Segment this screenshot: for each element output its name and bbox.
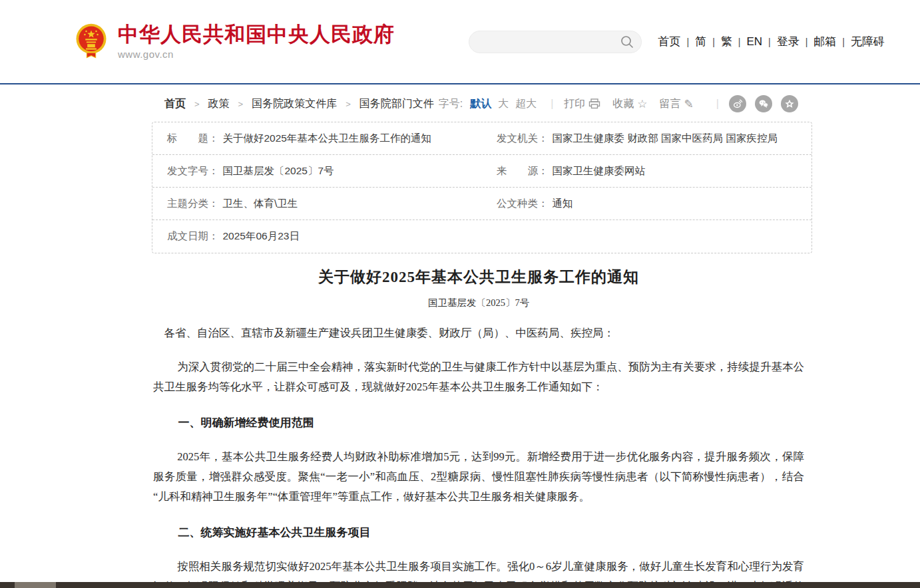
breadcrumb: 首页 > 政策 > 国务院政策文件库 > 国务院部门文件 <box>164 97 434 111</box>
meta-category-cell: 主题分类： 卫生、体育\卫生 <box>152 188 482 220</box>
section-heading-2: 二、统筹实施好基本公共卫生服务项目 <box>153 523 804 543</box>
printer-icon <box>588 98 600 109</box>
breadcrumb-policy-library[interactable]: 国务院政策文件库 <box>252 97 337 111</box>
salutation-paragraph: 各省、自治区、直辖市及新疆生产建设兵团卫生健康委、财政厅（局）、中医药局、疾控局… <box>153 323 804 343</box>
nav-accessibility[interactable]: 无障碍 <box>845 34 891 49</box>
weibo-share-icon[interactable] <box>729 95 746 112</box>
qzone-share-icon[interactable] <box>781 95 798 112</box>
site-url: www.gov.cn <box>118 49 395 60</box>
document-body: 各省、自治区、直辖市及新疆生产建设兵团卫生健康委、财政厅（局）、中医药局、疾控局… <box>153 323 804 588</box>
meta-empty-cell <box>482 220 811 253</box>
meta-source-label: 来 源： <box>497 164 549 178</box>
meta-source-value: 国家卫生健康委网站 <box>553 164 646 178</box>
font-size-large[interactable]: 大 <box>498 97 509 111</box>
print-label: 打印 <box>564 97 585 111</box>
search-icon[interactable] <box>620 35 634 49</box>
bottom-bar <box>0 582 920 588</box>
section-1-paragraph: 2025年，基本公共卫生服务经费人均财政补助标准增加5元，达到99元。新增经费用… <box>153 447 804 507</box>
meta-row-number-source: 发文字号： 国卫基层发〔2025〕7号 来 源： 国家卫生健康委网站 <box>152 155 811 188</box>
breadcrumb-separator: > <box>230 99 252 109</box>
comment-label: 留言 <box>660 97 681 111</box>
font-size-xlarge[interactable]: 超大 <box>515 97 537 111</box>
meta-type-value: 通知 <box>553 197 573 211</box>
site-header: 中华人民共和国中央人民政府 www.gov.cn 首页| 简| 繁| EN| 登… <box>0 0 920 84</box>
breadcrumb-current: 国务院部门文件 <box>359 97 434 111</box>
meta-category-value: 卫生、体育\卫生 <box>223 197 298 211</box>
site-logo[interactable]: 中华人民共和国中央人民政府 www.gov.cn <box>75 23 395 60</box>
brand-text: 中华人民共和国中央人民政府 www.gov.cn <box>118 23 395 59</box>
breadcrumb-policy[interactable]: 政策 <box>208 97 230 111</box>
document-meta-table: 标 题： 关于做好2025年基本公共卫生服务工作的通知 发文机关： 国家卫生健康… <box>152 122 812 253</box>
search-box <box>469 31 642 53</box>
meta-number-label: 发文字号： <box>167 164 219 178</box>
meta-date-value: 2025年06月23日 <box>223 229 300 243</box>
pencil-icon: ✎ <box>684 98 694 110</box>
meta-title-label: 标 题： <box>167 132 219 146</box>
top-nav: 首页| 简| 繁| EN| 登录| 邮箱| 无障碍 <box>652 34 891 49</box>
nav-mail[interactable]: 邮箱 <box>807 34 842 49</box>
meta-type-cell: 公文种类： 通知 <box>482 188 811 220</box>
comment-button[interactable]: 留言 ✎ <box>660 97 694 111</box>
document-number: 国卫基层发〔2025〕7号 <box>153 297 804 309</box>
site-title: 中华人民共和国中央人民政府 <box>118 23 395 46</box>
font-size-label: 字号: <box>439 97 463 111</box>
breadcrumb-separator: > <box>186 99 208 109</box>
meta-agency-label: 发文机关： <box>497 132 549 146</box>
nav-english[interactable]: EN <box>740 35 768 49</box>
breadcrumb-home[interactable]: 首页 <box>164 97 186 111</box>
bottom-bar-segment <box>15 582 56 588</box>
meta-type-label: 公文种类： <box>497 197 549 211</box>
document-title: 关于做好2025年基本公共卫生服务工作的通知 <box>153 267 804 287</box>
share-icons <box>720 95 798 112</box>
favorite-button[interactable]: 收藏 ☆ <box>612 97 647 111</box>
meta-agency-cell: 发文机关： 国家卫生健康委 财政部 国家中医药局 国家疾控局 <box>482 122 811 154</box>
meta-row-date: 成文日期： 2025年06月23日 <box>152 220 811 253</box>
meta-row-category-type: 主题分类： 卫生、体育\卫生 公文种类： 通知 <box>152 188 811 220</box>
meta-date-cell: 成文日期： 2025年06月23日 <box>152 220 482 253</box>
favorite-label: 收藏 <box>612 97 634 111</box>
nav-login[interactable]: 登录 <box>771 34 805 49</box>
national-emblem-icon <box>75 23 108 60</box>
meta-number-cell: 发文字号： 国卫基层发〔2025〕7号 <box>152 155 482 187</box>
breadcrumb-separator: > <box>337 99 359 109</box>
search-input[interactable] <box>469 31 642 53</box>
meta-agency-value: 国家卫生健康委 财政部 国家中医药局 国家疾控局 <box>553 132 778 146</box>
page: 中华人民共和国中央人民政府 www.gov.cn 首页| 简| 繁| EN| 登… <box>0 0 920 588</box>
subbar: 首页 > 政策 > 国务院政策文件库 > 国务院部门文件 字号: 默认 大 超大… <box>164 94 798 113</box>
article: 关于做好2025年基本公共卫生服务工作的通知 国卫基层发〔2025〕7号 各省、… <box>153 252 804 588</box>
meta-date-label: 成文日期： <box>167 229 219 243</box>
section-heading-1: 一、明确新增经费使用范围 <box>153 413 804 433</box>
meta-row-title-agency: 标 题： 关于做好2025年基本公共卫生服务工作的通知 发文机关： 国家卫生健康… <box>152 122 811 155</box>
intro-paragraph: 为深入贯彻党的二十届三中全会精神，落实新时代党的卫生与健康工作方针中以基层为重点… <box>153 357 804 397</box>
nav-traditional[interactable]: 繁 <box>715 34 738 49</box>
wechat-share-icon[interactable] <box>755 95 772 112</box>
nav-home[interactable]: 首页 <box>652 34 687 49</box>
star-icon: ☆ <box>637 98 647 110</box>
toolbar-divider: | <box>716 98 719 110</box>
meta-title-value: 关于做好2025年基本公共卫生服务工作的通知 <box>223 132 431 146</box>
meta-title-cell: 标 题： 关于做好2025年基本公共卫生服务工作的通知 <box>152 122 482 154</box>
toolbar-divider: | <box>551 98 553 110</box>
font-size-default[interactable]: 默认 <box>470 97 491 111</box>
meta-source-cell: 来 源： 国家卫生健康委网站 <box>482 155 811 187</box>
meta-number-value: 国卫基层发〔2025〕7号 <box>223 164 334 178</box>
print-button[interactable]: 打印 <box>564 97 600 111</box>
nav-simplified[interactable]: 简 <box>689 34 712 49</box>
meta-category-label: 主题分类： <box>167 197 219 211</box>
page-tools: 字号: 默认 大 超大 | 打印 收藏 ☆ 留言 ✎ | <box>439 95 798 112</box>
